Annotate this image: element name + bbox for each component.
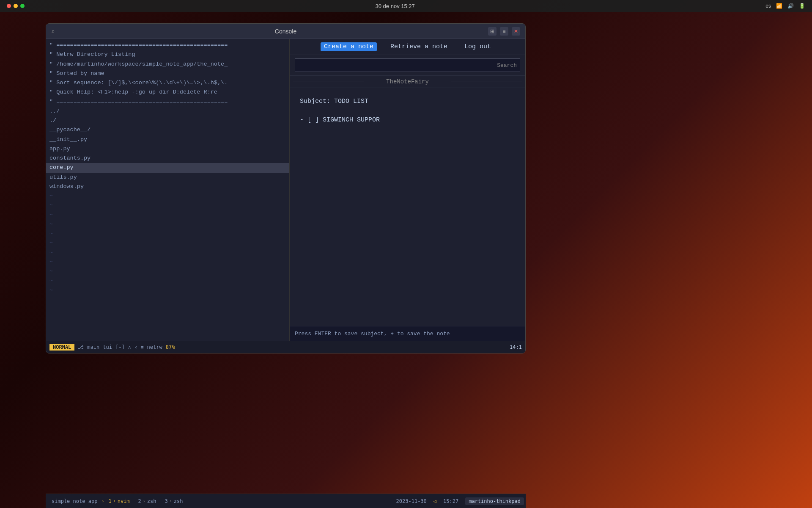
tab-2[interactable]: 2 › zsh bbox=[134, 496, 161, 507]
tab-3-label: zsh bbox=[174, 498, 183, 504]
system-topbar: 30 de nov 15:27 es 📶 🔊 🔋 bbox=[0, 0, 812, 12]
search-area: Search bbox=[290, 55, 525, 76]
window-controls: ⊞ ≡ ✕ bbox=[488, 27, 520, 36]
search-input[interactable] bbox=[299, 62, 516, 69]
left-panel-line: windows.py bbox=[46, 182, 289, 191]
left-panel-line: " Sorted by name bbox=[46, 69, 289, 78]
note-menu-row: Create a note Retrieve a note Log out bbox=[296, 42, 518, 51]
search-input-wrapper bbox=[295, 58, 520, 72]
left-panel-line: ~ bbox=[46, 220, 289, 229]
vim-mode: NORMAL bbox=[49, 344, 74, 351]
bottom-status: Press ENTER to save subject, + to save t… bbox=[290, 326, 525, 341]
tab-hostname: martinho-thinkpad bbox=[465, 497, 524, 505]
note-title-bar: TheNoteFairy bbox=[290, 76, 525, 88]
tab-3-num: 3 bbox=[165, 498, 168, 504]
note-menu: Create a note Retrieve a note Log out bbox=[290, 39, 525, 55]
note-body: Subject: TODO LIST - [ ] SIGWINCH SUPPOR bbox=[290, 88, 525, 326]
apple-menu-dot bbox=[7, 4, 11, 8]
topbar-left bbox=[7, 4, 25, 8]
left-panel-line: constants.py bbox=[46, 154, 289, 163]
left-panel-line[interactable]: core.py bbox=[46, 163, 289, 172]
plugin-name: tui bbox=[103, 344, 112, 350]
left-panel-line: ~ bbox=[46, 191, 289, 201]
brackets: [-] bbox=[115, 344, 125, 350]
left-panel-line: ~ bbox=[46, 248, 289, 257]
delta-symbol: △ bbox=[128, 344, 131, 350]
topbar-dot3 bbox=[20, 4, 25, 8]
left-panel-line: app.py bbox=[46, 144, 289, 154]
tab-1-num: 1 bbox=[108, 498, 111, 504]
window-tile-button[interactable]: ⊞ bbox=[488, 27, 497, 36]
window-title: Console bbox=[275, 28, 296, 35]
menu-create-note[interactable]: Create a note bbox=[321, 42, 377, 51]
terminal-tabbar: simple_note_app › 1 › nvim 2 › zsh 3 › z… bbox=[46, 494, 526, 508]
tab-2-label: zsh bbox=[147, 498, 156, 504]
tab-1-arrow: › bbox=[113, 499, 116, 503]
menu-log-out[interactable]: Log out bbox=[461, 42, 494, 51]
tab-date: 2023-11-30 bbox=[396, 498, 427, 504]
search-icon: ⌕ bbox=[51, 28, 55, 35]
window-titlebar: ⌕ Console ⊞ ≡ ✕ bbox=[46, 24, 525, 39]
left-panel-line: __pycache__/ bbox=[46, 125, 289, 135]
window-close-button[interactable]: ✕ bbox=[512, 27, 520, 36]
tab-1-label: nvim bbox=[118, 498, 130, 504]
tab-1[interactable]: 1 › nvim bbox=[104, 496, 134, 507]
topbar-dot2 bbox=[14, 4, 18, 8]
wifi-icon: 📶 bbox=[776, 3, 782, 9]
vim-statusline: NORMAL ⎇ main tui [-] △ ‹ ≡ netrw 87% 14… bbox=[46, 341, 525, 353]
scroll-percent: 87% bbox=[166, 344, 175, 350]
left-panel-line: ~ bbox=[46, 286, 289, 295]
search-label: Search bbox=[497, 62, 517, 69]
menu-retrieve-note[interactable]: Retrieve a note bbox=[387, 42, 451, 51]
tab-2-arrow: › bbox=[143, 499, 145, 503]
tab-right-info: 2023-11-30 ◁ 15:27 martinho-thinkpad bbox=[396, 497, 524, 505]
speaker-icon: 🔊 bbox=[787, 3, 794, 9]
note-subject: Subject: TODO LIST bbox=[300, 97, 515, 107]
tab-3-arrow: › bbox=[170, 499, 172, 503]
filename: netrw bbox=[147, 344, 162, 350]
left-panel-line: ~ bbox=[46, 276, 289, 285]
note-content-wrapper: TheNoteFairy Subject: TODO LIST - [ ] SI… bbox=[290, 76, 525, 326]
system-time: 30 de nov 15:27 bbox=[376, 3, 415, 9]
left-panel-line: ~ bbox=[46, 257, 289, 267]
tab-arrow-date: ◁ bbox=[433, 498, 436, 504]
left-panel-line: ~ bbox=[46, 267, 289, 276]
cursor-position: 14:1 bbox=[510, 344, 522, 350]
tab-2-num: 2 bbox=[138, 498, 141, 504]
tab-time: 15:27 bbox=[443, 498, 458, 504]
topbar-right: es 📶 🔊 🔋 bbox=[765, 3, 805, 9]
left-panel-line: ~ bbox=[46, 210, 289, 220]
left-panel-line: ../ bbox=[46, 107, 289, 116]
right-panel: Create a note Retrieve a note Log out Se… bbox=[290, 39, 525, 341]
window-content: " ======================================… bbox=[46, 39, 525, 341]
left-panel-line: ~ bbox=[46, 238, 289, 248]
left-panel-line: utils.py bbox=[46, 173, 289, 182]
left-panel-line: ~ bbox=[46, 229, 289, 238]
console-window: ⌕ Console ⊞ ≡ ✕ " ======================… bbox=[46, 23, 526, 353]
bottom-message: Press ENTER to save subject, + to save t… bbox=[295, 331, 450, 337]
window-menu-button[interactable]: ≡ bbox=[500, 27, 508, 36]
left-panel-line: ~ bbox=[46, 201, 289, 210]
tab-path: simple_note_app bbox=[47, 496, 102, 507]
branch-name: main bbox=[87, 344, 99, 350]
left-panel: " ======================================… bbox=[46, 39, 290, 341]
nav-symbols: ‹ ≡ bbox=[134, 344, 144, 350]
left-panel-line: __init__.py bbox=[46, 135, 289, 144]
left-panel-line: ./ bbox=[46, 116, 289, 125]
note-content-line: - [ ] SIGWINCH SUPPOR bbox=[300, 115, 515, 125]
tab-3[interactable]: 3 › zsh bbox=[161, 496, 187, 507]
left-panel-line: " /home/martinho/workspace/simple_note_a… bbox=[46, 60, 289, 69]
left-panel-line: " Sort sequence: [\/]$,\<core\%(\.\d\+\)… bbox=[46, 78, 289, 88]
left-panel-line: " ======================================… bbox=[46, 41, 289, 50]
branch-icon: ⎇ bbox=[78, 344, 84, 350]
lang-indicator: es bbox=[765, 3, 771, 9]
left-panel-line: " ======================================… bbox=[46, 97, 289, 107]
left-panel-line: " Netrw Directory Listing bbox=[46, 50, 289, 59]
battery-icon: 🔋 bbox=[799, 3, 805, 9]
left-panel-line: " Quick Help: <F1>:help -:go up dir D:de… bbox=[46, 88, 289, 97]
titlebar-left: ⌕ bbox=[51, 28, 55, 35]
